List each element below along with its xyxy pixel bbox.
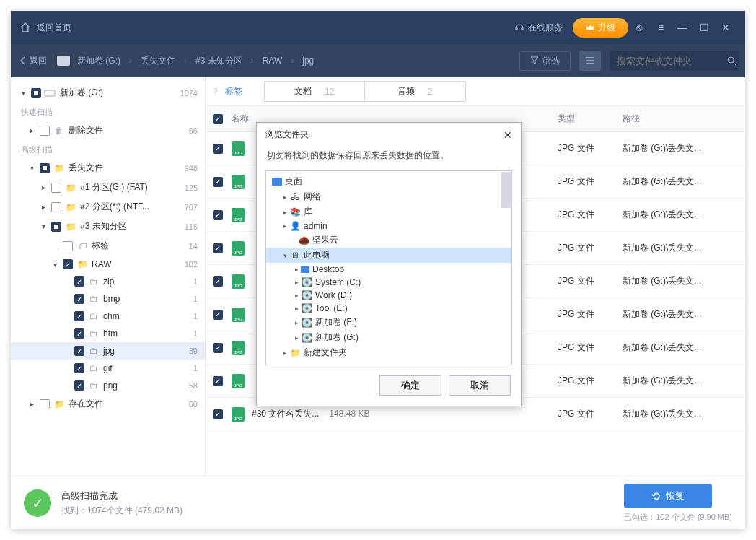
browse-folder-dialog: 浏览文件夹✕ 切勿将找到的数据保存回原来丢失数据的位置。 桌面 ▸🖧网络 ▸📚库… [256, 122, 522, 406]
scan-title: 高级扫描完成 [61, 489, 183, 502]
quick-scan-heading: 快速扫描 [11, 103, 205, 121]
dialog-title: 浏览文件夹 [265, 129, 309, 141]
file-type: JPG 文件 [558, 375, 623, 387]
sidebar-p3[interactable]: ▾📁#3 未知分区116 [11, 217, 205, 236]
crumb-0[interactable]: 新加卷 (G:) [77, 55, 120, 67]
maximize-button[interactable]: ☐ [693, 22, 715, 33]
upgrade-button[interactable]: 升级 [573, 18, 628, 38]
row-checkbox[interactable]: ✓ [213, 210, 223, 220]
tree-thispc[interactable]: ▾🖥此电脑 [266, 248, 511, 263]
row-checkbox[interactable]: ✓ [213, 409, 223, 419]
tree-admin[interactable]: ▸👤admin [266, 219, 511, 232]
jpg-file-icon [232, 208, 247, 222]
file-path: 新加卷 (G:)\丢失文... [623, 275, 738, 287]
select-all-checkbox[interactable]: ✓ [213, 114, 223, 124]
file-path: 新加卷 (G:)\丢失文... [623, 142, 738, 154]
disk-icon [44, 89, 56, 97]
close-button[interactable]: ✕ [715, 22, 737, 33]
tab-audio[interactable]: 音频2 [365, 81, 466, 102]
sidebar-png[interactable]: ✓🗀png58 [11, 377, 205, 394]
crumb-3[interactable]: RAW [263, 56, 283, 66]
tree-nutcloud[interactable]: 🌰坚果云 [266, 232, 511, 248]
filter-button[interactable]: 筛选 [519, 51, 571, 71]
footer: ✓ 高级扫描完成 找到：1074个文件 (479.02 MB) 恢复 已勾选：1… [11, 476, 745, 529]
file-type: JPG 文件 [558, 275, 623, 287]
svg-rect-1 [45, 90, 55, 96]
crumb-4[interactable]: jpg [302, 56, 314, 66]
dialog-close-button[interactable]: ✕ [504, 129, 512, 141]
sidebar-deleted[interactable]: ▸🗑删除文件66 [11, 121, 205, 140]
sidebar-p1[interactable]: ▸📁#1 分区(G:) (FAT)125 [11, 178, 205, 197]
tree-system-c[interactable]: ▸💽System (C:) [266, 276, 511, 289]
tree-network[interactable]: ▸🖧网络 [266, 189, 511, 204]
sidebar-bmp[interactable]: ✓🗀bmp1 [11, 290, 205, 308]
row-checkbox[interactable]: ✓ [213, 310, 223, 320]
search-input[interactable] [610, 51, 739, 71]
file-type: JPG 文件 [558, 308, 623, 321]
restore-button[interactable]: 恢复 [624, 484, 712, 508]
file-type: JPG 文件 [558, 341, 623, 354]
crumb-2[interactable]: #3 未知分区 [195, 55, 242, 67]
tab-document[interactable]: 文档12 [264, 81, 365, 102]
sidebar-p2[interactable]: ▸📁#2 分区(*:) (NTF...707 [11, 197, 205, 217]
row-checkbox[interactable]: ✓ [213, 276, 223, 287]
dialog-cancel-button[interactable]: 取消 [449, 375, 511, 396]
jpg-file-icon [232, 175, 247, 189]
tree-desktop[interactable]: 桌面 [266, 174, 511, 189]
home-button[interactable]: 返回首页 [19, 22, 71, 34]
file-type: JPG 文件 [558, 242, 623, 254]
file-type: JPG 文件 [558, 408, 623, 420]
tree-tool-e[interactable]: ▸💽Tool (E:) [266, 302, 511, 315]
tree-vol-g[interactable]: ▸💽新加卷 (G:) [266, 330, 511, 345]
tree-scrollbar[interactable] [501, 172, 511, 208]
minimize-button[interactable]: — [672, 22, 693, 33]
file-path: 新加卷 (G:)\丢失文... [623, 375, 738, 387]
header-type[interactable]: 类型 [558, 113, 623, 125]
sidebar-exist[interactable]: ▸📁存在文件60 [11, 394, 205, 414]
crumb-1[interactable]: 丢失文件 [141, 55, 175, 67]
header-path[interactable]: 路径 [623, 113, 738, 125]
tree-work-d[interactable]: ▸💽Work (D:) [266, 289, 511, 302]
sidebar-raw[interactable]: ▾✓📁RAW102 [11, 256, 205, 273]
sidebar-tag[interactable]: 🏷标签14 [11, 236, 205, 256]
selection-info: 已勾选：102 个文件 (9.90 MB) [624, 512, 732, 523]
tree-desktop2[interactable]: ▸Desktop [266, 263, 511, 276]
tree-newfolder[interactable]: ▸📁新建文件夹 [266, 345, 511, 360]
row-checkbox[interactable]: ✓ [213, 343, 223, 353]
jpg-file-icon [232, 341, 247, 355]
list-icon [585, 56, 595, 65]
menu-button[interactable]: ≡ [650, 22, 672, 33]
help-icon[interactable]: ? [213, 87, 218, 97]
tab-tag[interactable]: 标签 [225, 85, 242, 97]
sidebar-volume[interactable]: ▾新加卷 (G:)1074 [11, 83, 205, 103]
back-button[interactable]: 返回 [19, 55, 47, 67]
restore-icon [651, 491, 662, 501]
online-service[interactable]: 在线服务 [514, 22, 563, 34]
sidebar-htm[interactable]: ✓🗀htm1 [11, 325, 205, 342]
jpg-file-icon [232, 141, 247, 156]
row-checkbox[interactable]: ✓ [213, 376, 223, 386]
row-checkbox[interactable]: ✓ [213, 144, 223, 154]
sidebar-jpg[interactable]: ✓🗀jpg39 [11, 342, 205, 360]
sidebar-zip[interactable]: ✓🗀zip1 [11, 273, 205, 290]
file-type: JPG 文件 [558, 142, 623, 154]
file-type: JPG 文件 [558, 175, 623, 188]
headset-icon [514, 22, 524, 32]
search-icon[interactable] [726, 56, 737, 66]
file-path: 新加卷 (G:)\丢失文... [623, 408, 738, 420]
dialog-ok-button[interactable]: 确定 [379, 375, 441, 396]
titlebar: 返回首页 在线服务 升级 ⎋ ≡ — ☐ ✕ [11, 11, 745, 44]
chevron-left-icon [19, 56, 27, 65]
view-list-button[interactable] [579, 51, 601, 71]
pin-button[interactable]: ⎋ [628, 22, 650, 33]
file-path: 新加卷 (G:)\丢失文... [623, 209, 738, 221]
sidebar-gif[interactable]: ✓🗀gif1 [11, 360, 205, 377]
row-checkbox[interactable]: ✓ [213, 243, 223, 253]
tree-library[interactable]: ▸📚库 [266, 204, 511, 219]
tabs-row: ? 标签 文档12 音频2 [206, 77, 745, 106]
sidebar-chm[interactable]: ✓🗀chm1 [11, 308, 205, 325]
svg-point-0 [728, 57, 734, 63]
row-checkbox[interactable]: ✓ [213, 177, 223, 187]
tree-vol-f[interactable]: ▸💽新加卷 (F:) [266, 315, 511, 330]
sidebar-lost[interactable]: ▾📁丢失文件948 [11, 158, 205, 178]
